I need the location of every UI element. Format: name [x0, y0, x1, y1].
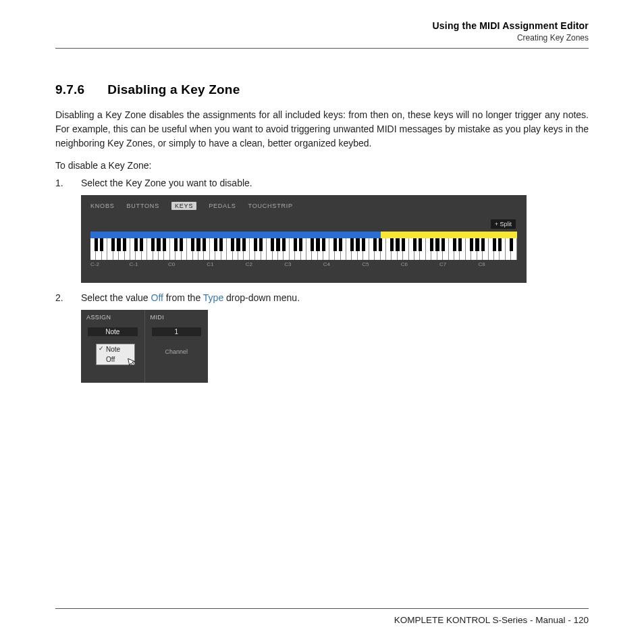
- tab-buttons[interactable]: BUTTONS: [127, 203, 159, 209]
- steps-intro: To disable a Key Zone:: [55, 160, 589, 171]
- assign-header: ASSIGN: [86, 314, 139, 321]
- dropdown-screenshot: ASSIGN Note MIDI 1 Channel Note Off: [81, 310, 208, 383]
- key-zone-bar[interactable]: [90, 232, 517, 238]
- header-subtitle: Creating Key Zones: [55, 33, 589, 43]
- header-title: Using the MIDI Assignment Editor: [55, 20, 589, 31]
- header-rule: [55, 48, 589, 49]
- oct-label: C5: [362, 261, 400, 267]
- tab-knobs[interactable]: KNOBS: [90, 203, 115, 209]
- oct-label: C2: [246, 261, 284, 267]
- dropdown-option-note[interactable]: Note: [97, 344, 134, 354]
- section-number: 9.7.6: [55, 82, 84, 97]
- oct-label: C0: [168, 261, 207, 267]
- step-2-off: Off: [151, 292, 163, 303]
- step-2-text: Select the value Off from the Type drop-…: [81, 292, 300, 303]
- step-2-pre: Select the value: [81, 292, 151, 303]
- oct-label: C7: [439, 261, 478, 267]
- step-1-number: 1.: [55, 178, 81, 188]
- keyboard[interactable]: [90, 238, 517, 260]
- footer-text: KOMPLETE KONTROL S-Series - Manual - 120: [394, 615, 589, 625]
- key-zone-blue[interactable]: [90, 232, 381, 238]
- oct-label: C6: [401, 261, 439, 267]
- tab-touchstrip[interactable]: TOUCHSTRIP: [248, 203, 293, 209]
- tab-keys[interactable]: KEYS: [171, 202, 196, 210]
- oct-label: C3: [284, 261, 323, 267]
- step-2-post: drop-down menu.: [223, 292, 300, 303]
- channel-value[interactable]: 1: [152, 327, 202, 336]
- step-2-type: Type: [203, 292, 223, 303]
- step-2-number: 2.: [55, 292, 81, 303]
- step-2-mid: from the: [163, 292, 203, 303]
- oct-label: C-2: [90, 261, 129, 267]
- oct-label: C-1: [129, 261, 167, 267]
- split-button[interactable]: + Split: [491, 219, 516, 229]
- key-zone-yellow[interactable]: [381, 232, 517, 238]
- oct-label: C4: [323, 261, 362, 267]
- type-select[interactable]: Note: [88, 327, 138, 336]
- footer-rule: [55, 608, 589, 609]
- channel-label: Channel: [151, 348, 203, 355]
- step-1-text: Select the Key Zone you want to disable.: [81, 178, 252, 188]
- tab-pedals[interactable]: PEDALS: [209, 203, 236, 209]
- oct-label: C8: [479, 261, 517, 267]
- editor-screenshot: KNOBS BUTTONS KEYS PEDALS TOUCHSTRIP + S…: [81, 195, 527, 283]
- oct-label: C1: [207, 261, 245, 267]
- section-paragraph: Disabling a Key Zone disables the assign…: [55, 108, 589, 151]
- section-heading: Disabling a Key Zone: [107, 82, 240, 97]
- midi-header: MIDI: [151, 314, 203, 321]
